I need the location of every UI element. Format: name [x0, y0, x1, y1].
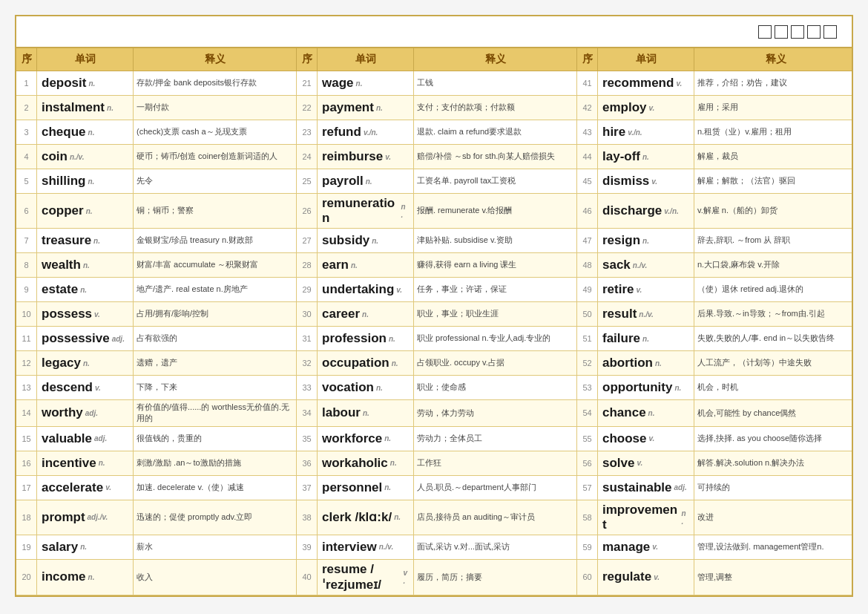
word-col2: wage n. — [318, 71, 414, 95]
def-col3: 解雇；解散；（法官）驱回 — [694, 169, 858, 193]
word-text: valuable — [42, 431, 92, 446]
word-col1: prompt adj./v. — [37, 500, 134, 535]
word-text: vocation — [322, 380, 374, 395]
word-text: descend — [42, 380, 93, 395]
word-col1: accelerate v. — [37, 476, 134, 500]
pos-col3: n. — [642, 153, 649, 161]
seq-col1: 6 — [16, 194, 37, 228]
def-col2: 劳动力；全体员工 — [414, 427, 577, 451]
word-col1: descend v. — [37, 376, 134, 399]
word-text: undertaking — [322, 282, 394, 297]
word-text: legacy — [42, 356, 81, 370]
def-col1: 金银财宝/珍品 treasury n.财政部 — [134, 229, 297, 252]
def-col2: 报酬. remunerate v.给报酬 — [414, 194, 577, 228]
def-col3: 机会，时机 — [694, 376, 858, 399]
def-col1: 加速. decelerate v.（使）减速 — [134, 476, 297, 500]
word-col3: hire v./n. — [598, 120, 694, 144]
def-col1: 有价值的/值得......的 worthless无价值的.无用的 — [134, 400, 297, 426]
page-container: 序 单词 释义 序 单词 释义 序 单词 释义 1 deposit n. 存款/… — [15, 15, 853, 597]
word-col2: remuneration n. — [318, 194, 414, 228]
def-col3: 管理,调整 — [694, 560, 858, 595]
word-col2: career n. — [318, 302, 414, 326]
pos-col1: adj. — [112, 335, 125, 343]
word-col2: profession n. — [318, 327, 414, 350]
def-col2: 劳动，体力劳动 — [414, 400, 577, 426]
seq-col1: 5 — [16, 169, 37, 193]
seq-col3: 44 — [577, 145, 598, 169]
def-col2: 职业 professional n.专业人adj.专业的 — [414, 327, 577, 350]
def-col2: 占领职业. occupy v.占据 — [414, 351, 577, 375]
word-text: workaholic — [322, 456, 388, 471]
pos-col2: n. — [366, 177, 372, 186]
table-row: 5 shilling n. 先令 25 payroll n. 工资名单. pay… — [16, 169, 852, 194]
pos-col2: n. — [384, 483, 391, 491]
def-col2: 工钱 — [414, 71, 577, 95]
date-box-5[interactable] — [823, 25, 837, 39]
seq-col3: 60 — [577, 560, 598, 595]
word-text: resume /ˈrezjumeɪ/ — [322, 562, 401, 592]
pos-col3: n. — [642, 237, 649, 245]
word-col2: interview n./v. — [318, 535, 414, 559]
def-col1: 很值钱的，贵重的 — [134, 427, 297, 451]
word-col3: resign n. — [598, 229, 694, 252]
word-col2: resume /ˈrezjumeɪ/ v. — [318, 560, 414, 595]
def-col2: 面试,采访 v.对...面试,采访 — [414, 535, 577, 559]
def-col3: （使）退休 retired adj.退休的 — [694, 278, 858, 301]
seq-col1: 13 — [16, 376, 37, 399]
word-text: wage — [322, 76, 354, 91]
date-box-1[interactable] — [758, 25, 772, 39]
word-text: income — [42, 569, 86, 584]
pos-col3: n. — [655, 359, 662, 368]
word-col1: coin n./v. — [37, 145, 134, 169]
word-col1: possess v. — [37, 302, 134, 326]
def-col2: 人员.职员.～department人事部门 — [414, 476, 577, 500]
word-text: subsidy — [322, 233, 369, 248]
table-row: 10 possess v. 占用/拥有/影响/控制 30 career n. 职… — [16, 302, 852, 327]
pos-col3: v./n. — [628, 128, 642, 137]
word-col2: reimburse v. — [318, 145, 414, 169]
pos-col3: n./v. — [633, 261, 647, 270]
def-col1: 刺激/激励 .an～to激励的措施 — [134, 451, 297, 475]
pos-col3: v. — [637, 459, 642, 467]
col-word-2: 单词 — [318, 48, 414, 71]
word-text: opportunity — [602, 380, 672, 395]
seq-col2: 37 — [297, 476, 318, 500]
word-col1: valuable adj. — [37, 427, 134, 451]
def-col3: 可持续的 — [694, 476, 858, 500]
word-text: employ — [602, 100, 647, 115]
date-box-2[interactable] — [775, 25, 788, 39]
word-text: worthy — [42, 405, 83, 420]
word-col1: deposit n. — [37, 71, 134, 95]
pos-col1: n. — [88, 128, 95, 137]
pos-col1: n. — [88, 79, 95, 88]
word-text: workforce — [322, 431, 382, 446]
col-def-2: 释义 — [414, 48, 577, 71]
table-row: 18 prompt adj./v. 迅速的；促使 promptly adv.立即… — [16, 500, 852, 535]
def-col3: 推荐，介绍；劝告，建议 — [694, 71, 858, 95]
word-text: chance — [602, 405, 646, 420]
word-text: hire — [602, 125, 625, 140]
date-box-3[interactable] — [791, 25, 804, 39]
def-col2: 工资名单. payroll tax工资税 — [414, 169, 577, 193]
table-row: 1 deposit n. 存款/押金 bank deposits银行存款 21 … — [16, 71, 852, 96]
word-col2: subsidy n. — [318, 229, 414, 252]
seq-col3: 50 — [577, 302, 598, 326]
def-col2: 职业，事业；职业生涯 — [414, 302, 577, 326]
word-text: sack — [602, 258, 631, 272]
word-text: accelerate — [42, 480, 103, 495]
word-col2: undertaking v. — [318, 278, 414, 301]
table-row: 19 salary n. 薪水 39 interview n./v. 面试,采访… — [16, 535, 852, 560]
word-text: dismiss — [602, 174, 649, 189]
word-text: resign — [602, 233, 640, 248]
seq-col3: 49 — [577, 278, 598, 301]
pos-col3: n./v. — [639, 310, 653, 319]
date-box-4[interactable] — [807, 25, 821, 39]
seq-col1: 17 — [16, 476, 37, 500]
word-col3: sack n./v. — [598, 253, 694, 277]
word-text: incentive — [42, 456, 96, 471]
word-text: salary — [42, 540, 78, 555]
seq-col1: 16 — [16, 451, 37, 475]
word-col3: lay-off n. — [598, 145, 694, 169]
word-col3: manage v. — [598, 535, 694, 559]
seq-col3: 58 — [577, 500, 598, 535]
